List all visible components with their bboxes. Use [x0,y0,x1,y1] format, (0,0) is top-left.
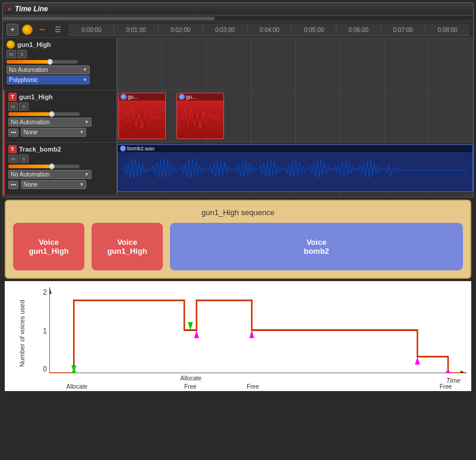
track2-automation-dropdown[interactable]: No Automation ▼ [8,118,92,127]
track2-solo[interactable]: S [19,102,29,111]
track-header-2: T gun1_High M S No Automation ▼ [3,90,116,143]
track-header-1: gun1_High M S No Automation ▼ [3,38,116,90]
x-label-free2: Free [247,383,259,390]
clip1-label: gu... [128,94,138,100]
track3-solo[interactable]: S [19,155,29,163]
track2-mute[interactable]: M [8,102,18,111]
grid-col [295,90,340,142]
clip2-label: gu... [186,94,197,100]
track1-volume-slider[interactable] [7,60,78,64]
track3-dots[interactable]: ••• [8,181,18,189]
track1-mode-arrow: ▼ [83,77,87,83]
graph-x-labels: Allocate Free Allocate Free Time Free [49,373,466,390]
track2-icon: T [8,93,17,101]
bomb-clip[interactable]: bomb2.wav [117,144,473,192]
track1-mute[interactable]: M [7,50,16,58]
voice1-sublabel: gun1_High [29,247,68,256]
x-label-free1: Free [184,383,197,390]
list-button[interactable]: ☰ [52,24,64,36]
track-lane-3: bomb2.wav [117,143,473,196]
grid-col [428,90,473,142]
graph-svg [49,287,466,373]
track1-mode-dropdown[interactable]: Polyphonic ▼ [7,75,90,84]
grid-col [206,38,251,90]
y-label-0: 0 [43,365,47,373]
grid-col [251,38,295,90]
clip2-icon [179,94,185,100]
ruler-mark-6: 0:06:00 [336,26,380,33]
track3-mode-label: None [23,181,37,188]
track3-mode-dropdown[interactable]: None ▼ [21,180,86,189]
track3-mode-arrow: ▼ [80,182,84,187]
audio-clip-1[interactable]: gu... [118,93,166,139]
ruler-mark-0: 0:00:00 [68,26,114,33]
track2-volume-slider[interactable] [8,112,80,116]
ruler-mark-2: 0:02:00 [158,26,203,33]
grid-col [339,90,384,142]
svg-marker-9 [415,357,420,364]
x-label-allocate2: Allocate [181,375,202,382]
grid-col [428,38,473,90]
voice1-label: Voice [39,238,59,247]
sequence-title: gun1_High sequence [13,208,463,217]
add-button[interactable]: + [7,24,18,36]
voice-box-1: Voice gun1_High [13,223,84,270]
voice-box-bomb: Voice bomb2 [170,223,463,270]
sequence-panel: gun1_High sequence Voice gun1_High Voice… [5,200,471,279]
track3-name: Track_bomb2 [19,146,61,153]
grid-col [384,90,428,142]
track1-icon [7,40,15,49]
ruler-mark-5: 0:05:00 [291,26,336,33]
track-headers: gun1_High M S No Automation ▼ [3,38,117,197]
y-label-1: 1 [43,327,47,335]
x-label-free3: Free [440,383,452,390]
clip1-waveform [119,100,165,138]
track-lane-1 [117,38,473,90]
track2-mode-label: None [23,129,37,136]
wave-button[interactable]: ~ [36,24,48,36]
timeline-panel: Time Line + ~ ☰ 0:00:00 0:01:00 0:02:00 … [2,2,474,197]
track3-automation-arrow: ▼ [84,172,89,177]
clip1-header: gu... [119,93,165,100]
grid-col [162,38,206,90]
clip2-waveform [177,100,223,138]
track1-solo[interactable]: S [17,50,27,58]
bomb-clip-label: bomb2.wav [127,146,155,152]
track3-volume-slider[interactable] [8,165,80,168]
record-button[interactable] [22,24,33,35]
bomb-clip-header: bomb2.wav [118,145,472,152]
bomb-waveform [118,152,472,188]
track1-automation-dropdown[interactable]: No Automation ▼ [7,65,90,74]
x-label-allocate1: Allocate [66,383,87,390]
svg-marker-8 [250,330,254,338]
graph-panel: Number of voices used 2 1 0 [5,281,471,391]
track2-automation-arrow: ▼ [84,119,89,125]
track2-mode-dropdown[interactable]: None ▼ [21,128,86,137]
grid-col [295,38,340,90]
grid-col [339,38,384,90]
grid-col [117,38,162,90]
voice2-sublabel: gun1_High [107,247,147,256]
track1-automation-label: No Automation [9,67,48,73]
timeline-title-bar: Time Line [3,3,473,15]
bomb-clip-icon [120,146,126,152]
graph-area [49,287,466,373]
track-header-3: T Track_bomb2 M S No Automation ▼ [3,143,116,196]
track3-icon: T [8,145,17,153]
ruler-mark-8: 0:08:00 [425,26,469,33]
ruler-mark-1: 0:01:00 [114,26,158,33]
track3-automation-dropdown[interactable]: No Automation ▼ [8,170,92,179]
track2-dots[interactable]: ••• [8,128,18,137]
track2-mode-arrow: ▼ [80,130,84,135]
grid-col [251,90,295,142]
timeline-toolbar: + ~ ☰ 0:00:00 0:01:00 0:02:00 0:03:00 0:… [3,21,473,38]
svg-marker-6 [188,322,193,330]
track3-mute[interactable]: M [8,155,18,163]
ruler-mark-3: 0:03:00 [203,26,247,33]
timeline-title: Time Line [15,5,48,13]
clip2-header: gu... [177,93,223,100]
audio-clip-2[interactable]: gu... [176,93,224,139]
track2-name: gun1_High [19,93,53,100]
graph-y-label: Number of voices used [19,300,26,367]
y-label-2: 2 [43,288,47,297]
